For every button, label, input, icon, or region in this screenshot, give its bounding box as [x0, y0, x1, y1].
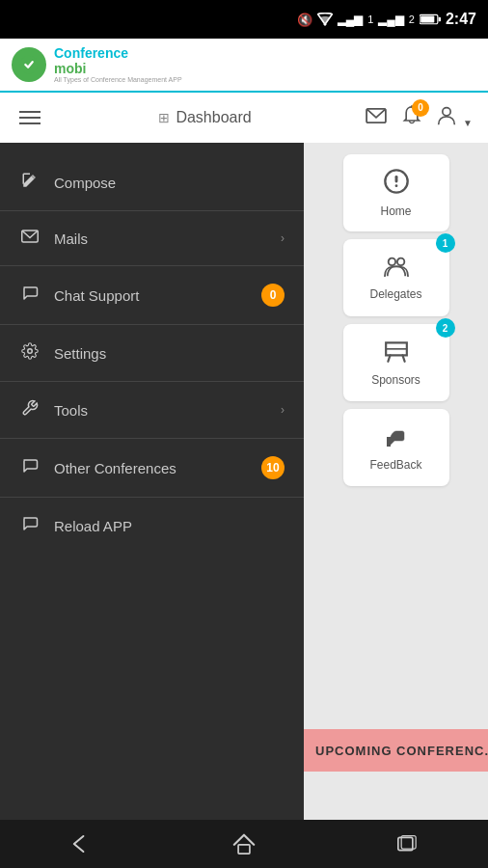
status-time: 2:47	[446, 11, 476, 28]
upcoming-text: UPCOMING CONFERENC...	[315, 744, 488, 758]
right-panel: Home Delegates 1	[304, 143, 488, 820]
mails-label: Mails	[54, 231, 281, 247]
status-bar: 🔇 ▂▄▆ 1 ▂▄▆ 2 2:47	[0, 0, 488, 39]
network-label: 1	[367, 14, 373, 25]
svg-point-11	[28, 349, 33, 354]
main-content: Compose Mails › Chat Support 0	[0, 143, 488, 820]
chat-support-label: Chat Support	[54, 287, 261, 304]
reload-app-icon	[19, 515, 41, 536]
feedback-card-label: FeedBack	[369, 458, 421, 472]
divider5	[0, 438, 304, 439]
grid-icon: ⊞	[158, 110, 170, 125]
recents-button[interactable]	[378, 825, 436, 863]
profile-arrow: ▼	[463, 118, 473, 128]
hamburger-menu[interactable]	[15, 107, 44, 128]
sponsors-card-icon	[384, 339, 409, 369]
hamburger-line3	[19, 122, 41, 124]
sponsors-card-badge: 2	[436, 318, 455, 338]
notification-badge: 0	[412, 99, 429, 117]
nav-title: ⊞ Dashboard	[56, 109, 354, 126]
sponsors-card[interactable]: Sponsors 2	[343, 324, 449, 401]
nav-icons: 0 ▼	[366, 105, 473, 131]
mail-button[interactable]	[366, 107, 387, 129]
svg-point-7	[443, 107, 450, 115]
settings-label: Settings	[54, 345, 285, 362]
home-card-label: Home	[380, 204, 411, 218]
signal1-icon: ▂▄▆	[338, 13, 364, 26]
delegates-card-label: Delegates	[369, 287, 421, 301]
logo-area: Conference mobi All Types of Conference …	[12, 46, 476, 83]
sidebar-item-reload-app[interactable]: Reload APP	[0, 502, 304, 550]
mute-icon: 🔇	[297, 13, 312, 27]
upcoming-banner: UPCOMING CONFERENC...	[304, 729, 488, 772]
mails-icon	[19, 229, 41, 248]
svg-point-16	[396, 258, 403, 265]
sidebar-item-chat-support[interactable]: Chat Support 0	[0, 270, 304, 320]
settings-icon	[19, 342, 41, 364]
home-card[interactable]: Home	[343, 154, 449, 231]
logo-tagline: All Types of Conference Management APP	[54, 76, 182, 83]
other-conferences-icon	[19, 457, 41, 478]
network2-label: 2	[409, 14, 415, 25]
logo-text: Conference mobi All Types of Conference …	[54, 46, 182, 83]
svg-rect-18	[238, 845, 250, 854]
divider3	[0, 324, 304, 325]
divider1	[0, 210, 304, 211]
sponsors-card-label: Sponsors	[371, 373, 420, 387]
other-conferences-badge: 10	[261, 456, 285, 479]
delegates-card-badge: 1	[436, 233, 455, 253]
other-conferences-label: Other Conferences	[54, 460, 261, 476]
hamburger-line2	[19, 117, 41, 119]
signal2-icon: ▂▄▆	[378, 13, 404, 26]
tools-icon	[19, 399, 41, 420]
notification-button[interactable]: 0	[402, 105, 421, 131]
status-icons: 🔇 ▂▄▆ 1 ▂▄▆ 2 2:47	[297, 11, 476, 28]
tools-label: Tools	[54, 402, 281, 419]
chat-support-icon	[19, 285, 41, 306]
feedback-card[interactable]: FeedBack	[343, 409, 449, 486]
wifi-icon	[317, 13, 333, 26]
logo-bottom: mobi	[54, 62, 182, 76]
home-button[interactable]	[215, 825, 273, 863]
back-button[interactable]	[52, 825, 110, 863]
svg-point-0	[323, 23, 326, 26]
reload-app-label: Reload APP	[54, 518, 285, 534]
battery-icon	[420, 14, 441, 25]
sidebar-item-other-conferences[interactable]: Other Conferences 10	[0, 443, 304, 493]
svg-point-14	[394, 184, 397, 187]
sidebar-item-settings[interactable]: Settings	[0, 329, 304, 377]
delegates-card[interactable]: Delegates 1	[343, 239, 449, 316]
mails-arrow: ›	[281, 231, 285, 245]
compose-label: Compose	[54, 175, 285, 191]
svg-point-15	[388, 258, 394, 265]
delegates-card-icon	[383, 255, 410, 284]
sidebar-item-compose[interactable]: Compose	[0, 158, 304, 206]
sidebar: Compose Mails › Chat Support 0	[0, 143, 304, 820]
chat-support-badge: 0	[261, 284, 285, 307]
tools-arrow: ›	[281, 403, 285, 417]
divider6	[0, 497, 304, 498]
sidebar-item-mails[interactable]: Mails ›	[0, 215, 304, 261]
logo-top: Conference	[54, 46, 182, 61]
divider4	[0, 381, 304, 382]
bottom-nav	[0, 820, 488, 868]
profile-button[interactable]: ▼	[437, 105, 473, 131]
svg-rect-2	[420, 15, 434, 22]
home-card-icon	[383, 168, 410, 201]
nav-bar: ⊞ Dashboard 0 ▼	[0, 93, 488, 143]
nav-title-text: Dashboard	[176, 109, 251, 126]
logo-icon	[12, 47, 46, 82]
svg-rect-3	[439, 17, 441, 22]
divider2	[0, 265, 304, 266]
sidebar-item-tools[interactable]: Tools ›	[0, 386, 304, 434]
hamburger-line1	[19, 111, 41, 113]
compose-icon	[19, 172, 41, 193]
header-bar: Conference mobi All Types of Conference …	[0, 39, 488, 93]
feedback-card-icon	[383, 423, 410, 454]
